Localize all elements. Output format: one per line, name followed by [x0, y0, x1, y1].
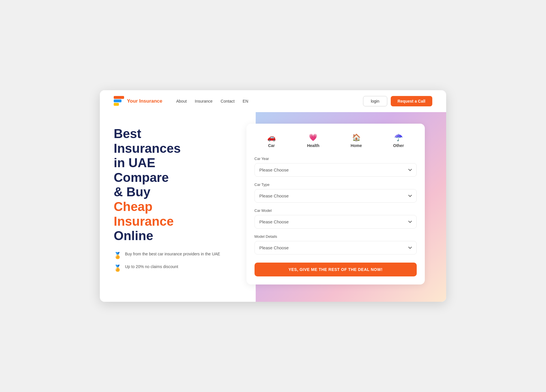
feature-item-1: 🏅 Buy from the best car insurance provid…	[114, 251, 235, 259]
tab-other[interactable]: ☂️ Other	[390, 132, 407, 150]
login-button[interactable]: login	[363, 96, 387, 106]
form-group-car-model: Car Model Please Choose	[255, 208, 417, 229]
nav-lang[interactable]: EN	[243, 99, 248, 103]
form-group-car-type: Car Type Please Choose	[255, 182, 417, 203]
hero-title: Best Insurances in UAE Compare & Buy Che…	[114, 127, 235, 243]
car-year-label: Car Year	[255, 157, 417, 161]
tab-car-label: Car	[268, 143, 275, 148]
medal-icon-1: 🏅	[114, 252, 121, 259]
nav-about[interactable]: About	[176, 99, 187, 103]
hero-features: 🏅 Buy from the best car insurance provid…	[114, 251, 235, 272]
feature-item-2: 🏅 Up to 20% no claims discount	[114, 264, 235, 272]
feature-text-2: Up to 20% no claims discount	[125, 264, 178, 270]
car-icon: 🚗	[267, 133, 276, 142]
feature-text-1: Buy from the best car insurance provider…	[125, 251, 220, 257]
nav-links: About Insurance Contact EN	[176, 99, 248, 104]
nav-actions: login Request a Call	[363, 96, 432, 106]
tab-health-label: Health	[307, 143, 319, 148]
submit-button[interactable]: YES, GIVE ME THE REST OF THE DEAL NOW!	[255, 263, 417, 276]
logo-icon	[114, 96, 124, 106]
insurance-tabs: 🚗 Car 💗 Health 🏠 Home ☂️ Other	[255, 132, 417, 150]
request-call-button[interactable]: Request a Call	[391, 96, 432, 106]
umbrella-icon: ☂️	[394, 133, 403, 142]
tab-home-label: Home	[351, 143, 362, 148]
car-model-select[interactable]: Please Choose	[255, 215, 417, 229]
model-details-select[interactable]: Please Choose	[255, 241, 417, 255]
main-content: Best Insurances in UAE Compare & Buy Che…	[100, 112, 446, 302]
navbar: Your Insurance About Insurance Contact E…	[100, 90, 446, 112]
logo-text: Your Insurance	[127, 98, 162, 104]
nav-insurance[interactable]: Insurance	[195, 99, 212, 103]
medal-icon-2: 🏅	[114, 265, 121, 272]
form-card: 🚗 Car 💗 Health 🏠 Home ☂️ Other	[246, 124, 425, 284]
home-icon: 🏠	[352, 133, 361, 142]
car-year-select[interactable]: Please Choose	[255, 163, 417, 177]
health-icon: 💗	[309, 133, 317, 142]
nav-contact[interactable]: Contact	[221, 99, 235, 103]
form-group-car-year: Car Year Please Choose	[255, 157, 417, 177]
model-details-label: Model Details	[255, 234, 417, 239]
tab-home[interactable]: 🏠 Home	[347, 132, 365, 150]
tab-car[interactable]: 🚗 Car	[264, 132, 279, 150]
hero-section: Best Insurances in UAE Compare & Buy Che…	[114, 124, 235, 272]
form-group-model-details: Model Details Please Choose	[255, 234, 417, 255]
car-type-select[interactable]: Please Choose	[255, 189, 417, 203]
logo: Your Insurance	[114, 96, 162, 106]
tab-health[interactable]: 💗 Health	[304, 132, 323, 150]
car-model-label: Car Model	[255, 208, 417, 213]
car-type-label: Car Type	[255, 182, 417, 187]
tab-other-label: Other	[393, 143, 404, 148]
